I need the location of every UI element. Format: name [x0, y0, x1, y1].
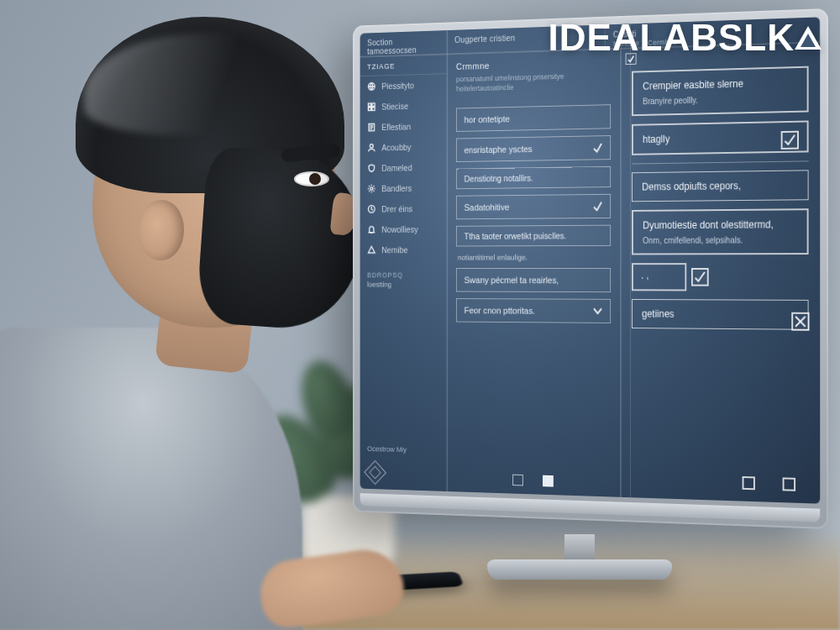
check-icon: [591, 141, 604, 155]
sidebar-footer-label: Ocestrow Miy: [367, 444, 407, 454]
svg-point-7: [370, 187, 373, 191]
clock-icon: [367, 204, 375, 213]
sidebar-item-label: Drer éins: [381, 204, 412, 214]
col-a-row-label: Denstiotng notallirs.: [465, 173, 533, 184]
topbar-cell-1: Soction tamoessocsen: [360, 30, 448, 57]
col-b-box-sub: Branyire peollly.: [643, 93, 797, 106]
bell-icon: [367, 225, 375, 234]
column-a: Crmmne porsanatuml umelinstong prisersit…: [447, 49, 621, 497]
pager-square[interactable]: [512, 475, 523, 486]
col-b-box-title: . ,: [641, 270, 648, 281]
col-a-row-0[interactable]: hor ontetipte: [456, 104, 611, 132]
col-b-box-title: Demss odpiufts cepors,: [642, 180, 741, 192]
col-b-box-1[interactable]: htaglly: [632, 120, 809, 155]
checkbox-icon[interactable]: [691, 268, 709, 286]
screen: Soction tamoessocsen Ougperte cristien C…: [360, 17, 821, 503]
sidebar-item-3[interactable]: Acoubby: [360, 136, 447, 158]
col-a-subtitle: porsanatuml umelinstong prisersitye heit…: [447, 70, 620, 102]
col-b-box-title: getiines: [642, 308, 675, 320]
user-icon: [367, 143, 375, 152]
col-b-box-sub2: Onm, cmifellendi, selpsihals.: [643, 235, 797, 245]
col-a-row-5: notiantitimel enlaulige.: [458, 253, 610, 262]
col-a-row-6[interactable]: Swany pécmel ta reairles,: [456, 268, 611, 292]
col-b-box-5[interactable]: getiines: [632, 299, 809, 330]
column-b: Crempier easbite slerne Branyire peollly…: [621, 42, 820, 503]
col-b-box-title: htaglly: [643, 134, 669, 145]
checkbox-checked-icon[interactable]: [781, 131, 799, 150]
diamond-icon: [364, 460, 386, 485]
col-a-row-label: Swany pécmel ta reairles,: [465, 276, 559, 286]
col-a-row-1[interactable]: ensristaphe ysctes: [456, 135, 611, 162]
chevron-down-icon: [591, 305, 604, 318]
pager-square[interactable]: [783, 477, 795, 491]
col-b-box-title: Dyumotiestie dont olestittermd,: [643, 218, 774, 231]
sidebar-header: TZIAGE: [360, 54, 447, 76]
svg-rect-4: [372, 108, 375, 111]
col-b-box-title: Crempier easbite slerne: [643, 78, 743, 92]
col-a-row-7[interactable]: Feor cnon pttoritas.: [456, 298, 611, 323]
sidebar-item-6[interactable]: Drer éins: [360, 198, 447, 219]
gear-icon: [367, 184, 375, 193]
sidebar-item-4[interactable]: Dameled: [360, 157, 447, 179]
sidebar-subtext: loestting: [360, 281, 447, 295]
col-a-row-label: Feor cnon pttoritas.: [465, 306, 535, 316]
sidebar-item-label: Nowolliesy: [381, 224, 417, 234]
svg-point-6: [370, 144, 373, 148]
col-a-pager: [512, 475, 554, 487]
pager-square-active[interactable]: [543, 475, 554, 487]
sidebar-item-label: Dameled: [381, 163, 412, 173]
col-a-row-label: Ttha taoter orwetikt puisclles.: [465, 231, 567, 241]
shield-icon: [367, 164, 375, 173]
monitor-stand: [487, 534, 672, 585]
col-a-row-4[interactable]: Ttha taoter orwetikt puisclles.: [456, 225, 611, 247]
col-a-row-label: Sadatohitive: [465, 202, 510, 213]
svg-rect-1: [368, 103, 370, 107]
watermark-text: IDEALABSLK: [548, 17, 795, 59]
grid-icon: [367, 102, 375, 111]
col-a-row-2[interactable]: Denstiotng notallirs.: [456, 166, 611, 189]
watermark-logo: IDEALABSLK: [548, 17, 822, 59]
triangle-icon: [367, 245, 375, 255]
sidebar-item-label: Eflestian: [381, 122, 411, 132]
sidebar-item-label: Piessityto: [381, 81, 414, 91]
check-icon: [591, 200, 604, 213]
col-a-row-label: ensristaphe ysctes: [465, 144, 533, 155]
sidebar-item-8[interactable]: Nemibe: [360, 239, 447, 260]
sidebar-item-label: Bandlers: [381, 183, 412, 193]
svg-rect-2: [372, 103, 375, 107]
sidebar-item-5[interactable]: Bandlers: [360, 177, 447, 199]
col-b-box-2[interactable]: Demss odpiufts cepors,: [632, 170, 809, 202]
sidebar-item-2[interactable]: Eflestian: [360, 115, 447, 138]
col-b-box-0[interactable]: Crempier easbite slerne Branyire peollly…: [632, 66, 809, 116]
checkbox-icon[interactable]: [791, 312, 809, 331]
sidebar: TZIAGE Piessityto Stiecise Eflestian Aco…: [360, 54, 448, 491]
pager-square[interactable]: [743, 476, 755, 490]
col-b-pager: [743, 476, 795, 491]
col-b-box-3[interactable]: Dyumotiestie dont olestittermd, Onm, cmi…: [632, 208, 809, 255]
col-a-row-3[interactable]: Sadatohitive: [456, 194, 611, 219]
sidebar-item-label: Acoubby: [381, 142, 411, 152]
sidebar-item-label: Nemibe: [381, 245, 407, 255]
col-a-row-label: hor ontetipte: [465, 114, 510, 125]
sidebar-item-label: Stiecise: [381, 102, 408, 112]
sidebar-item-1[interactable]: Stiecise: [360, 95, 447, 118]
doc-icon: [367, 123, 375, 132]
sidebar-item-7[interactable]: Nowolliesy: [360, 218, 447, 239]
divider: [632, 160, 809, 164]
triangle-icon: [795, 26, 822, 50]
monitor: Soction tamoessocsen Ougperte cristien C…: [353, 8, 828, 529]
globe-icon: [367, 81, 375, 92]
col-b-box-4[interactable]: . ,: [632, 263, 686, 291]
sidebar-subheader: BDROPSQ: [360, 265, 447, 281]
sidebar-item-0[interactable]: Piessityto: [360, 74, 447, 97]
svg-rect-3: [368, 108, 370, 111]
